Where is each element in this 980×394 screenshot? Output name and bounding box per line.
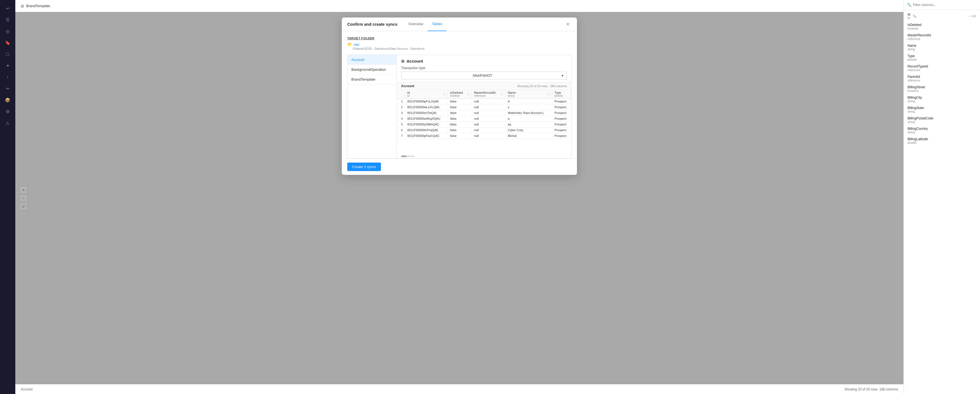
top-bar: ⊞ BrandTemplate bbox=[15, 0, 904, 12]
table-detail-icon: ⊞ bbox=[401, 59, 404, 64]
tab-tables[interactable]: Tables bbox=[428, 17, 447, 31]
scroll-thumb bbox=[401, 156, 407, 157]
row-num: 7 bbox=[397, 133, 405, 139]
rp-item-type: double bbox=[908, 141, 928, 144]
rp-item-name: MasterRecordId bbox=[908, 33, 931, 37]
cell-name: A bbox=[506, 98, 552, 104]
page-title: BrandTemplate bbox=[26, 4, 50, 8]
close-button[interactable]: ✕ bbox=[564, 21, 571, 28]
cell-type: Prospect bbox=[552, 122, 571, 127]
filter-columns-input[interactable] bbox=[913, 3, 977, 7]
right-panel-item[interactable]: BillingState string bbox=[904, 104, 980, 115]
cell-id: 0011F00000yS8bhQAC bbox=[405, 122, 448, 127]
cell-id: 0011F00000wLeVLQA0 bbox=[405, 104, 448, 110]
table-list-item-account[interactable]: Account bbox=[348, 55, 396, 65]
right-panel-item[interactable]: BillingPostalCode string bbox=[904, 115, 980, 125]
right-panel-item[interactable]: MasterRecordId reference bbox=[904, 32, 980, 42]
chevron-down-icon: ▾ bbox=[562, 74, 563, 78]
cell-isdeleted: false bbox=[448, 104, 472, 110]
sidebar-icon-alert[interactable]: ⚠ bbox=[3, 118, 13, 128]
row-num: 2 bbox=[397, 104, 405, 110]
right-panel-items: Id id 🔍↔ 141 IsDeleted boolean MasterRec… bbox=[904, 10, 980, 394]
right-panel-item[interactable]: BillingStreet textarea bbox=[904, 84, 980, 94]
table-detail-header: ⊞ Account Transaction type SNAPSHOT ▾ bbox=[397, 55, 571, 83]
rp-item-type: string bbox=[908, 130, 928, 134]
table-row: 3 0011F00000zriTwQAI false null Webhooks… bbox=[397, 110, 571, 116]
sidebar-icon-bookmark[interactable]: 🔖 bbox=[3, 38, 13, 48]
table-detail-title: ⊞ Account bbox=[401, 59, 567, 64]
sidebar-icon-edit[interactable]: ✏ bbox=[3, 84, 13, 94]
table-row: 7 0011F00000pFw2cQAC false null Michal P… bbox=[397, 133, 571, 139]
cell-name: q bbox=[506, 116, 552, 122]
cell-isdeleted: false bbox=[448, 133, 472, 139]
col-header-id[interactable]: Idid ☐ bbox=[405, 90, 448, 98]
cell-isdeleted: false bbox=[448, 127, 472, 133]
rp-item-type: string bbox=[908, 100, 922, 103]
canvas-area: + − ⤢ Confirm and create syncs Overview … bbox=[15, 12, 904, 384]
col-header-rownum bbox=[397, 90, 405, 98]
sidebar-icon-star[interactable]: ✦ bbox=[3, 60, 13, 70]
cell-type: Prospect bbox=[552, 98, 571, 104]
rp-item-name: BillingPostalCode bbox=[908, 116, 933, 120]
create-syncs-button[interactable]: Create 3 syncs bbox=[347, 162, 381, 171]
cell-name: Cyber Corp bbox=[506, 127, 552, 133]
right-panel-item[interactable]: Id id 🔍↔ 141 bbox=[904, 11, 980, 21]
scroll-indicator bbox=[397, 154, 571, 158]
cell-masterrecordid: null bbox=[472, 104, 506, 110]
cell-id: 0011F00000pFw2cQAC bbox=[405, 133, 448, 139]
cell-type: Prospect bbox=[552, 110, 571, 116]
transaction-type-value: SNAPSHOT bbox=[405, 73, 560, 78]
col-id-check[interactable]: ☐ bbox=[443, 93, 445, 95]
sidebar-icon-search[interactable]: ◎ bbox=[3, 26, 13, 36]
table-list-item-brand-template[interactable]: BrandTemplate bbox=[348, 75, 396, 84]
tab-overview[interactable]: Overview bbox=[404, 17, 427, 31]
sidebar-icon-node[interactable]: ⬡ bbox=[3, 49, 13, 59]
cell-isdeleted: false bbox=[448, 122, 472, 127]
right-panel-item[interactable]: ParentId reference bbox=[904, 73, 980, 84]
col-header-isdeleted[interactable]: IsDeletedboolean ☐ bbox=[448, 90, 472, 98]
right-panel-item[interactable]: BillingCity string bbox=[904, 94, 980, 104]
col-header-type[interactable]: Typepicklist bbox=[552, 90, 571, 98]
col-isdeleted-check[interactable]: ☐ bbox=[467, 93, 469, 95]
rp-item-type: string bbox=[908, 110, 924, 113]
table-row: 5 0011F00000yS8bhQAC false null aa Prosp… bbox=[397, 122, 571, 127]
rp-item-type: textarea bbox=[908, 89, 925, 92]
row-num: 3 bbox=[397, 110, 405, 116]
data-table-wrap[interactable]: Idid ☐ IsDeletedboolean ☐ bbox=[397, 90, 571, 154]
table-list: Account BackgroundOperation BrandTemplat… bbox=[348, 55, 397, 158]
main-area: ⊞ BrandTemplate + − ⤢ Confirm and create… bbox=[15, 0, 904, 394]
sidebar-icon-back[interactable]: ↩ bbox=[3, 3, 13, 13]
rp-item-type: reference bbox=[908, 79, 920, 82]
table-preview-header: Account Showing 20 of 20 rows 188 column… bbox=[397, 83, 571, 90]
right-panel-item[interactable]: RecordTypeId reference bbox=[904, 63, 980, 73]
row-num: 5 bbox=[397, 122, 405, 127]
right-panel-item[interactable]: Name string bbox=[904, 42, 980, 52]
sidebar-icon-package[interactable]: 📦 bbox=[3, 95, 13, 105]
sidebar-icon-transfer[interactable]: ↕ bbox=[3, 72, 13, 82]
rp-item-type: string bbox=[908, 48, 916, 51]
rp-item-name: Type bbox=[908, 54, 916, 58]
table-list-item-background-operation[interactable]: BackgroundOperation bbox=[348, 65, 396, 75]
col-name-check[interactable]: ☐ bbox=[547, 93, 550, 95]
right-panel-item[interactable]: Type picklist bbox=[904, 52, 980, 63]
right-panel-item[interactable]: BillingLatitude double bbox=[904, 135, 980, 146]
bottom-left-label: Account bbox=[21, 388, 33, 391]
col-masterrecordid-check[interactable]: ☐ bbox=[501, 93, 503, 95]
modal-content-area: Account BackgroundOperation BrandTemplat… bbox=[347, 55, 571, 159]
right-panel-item[interactable]: IsDeleted boolean bbox=[904, 21, 980, 32]
right-panel-item[interactable]: BillingCountry string bbox=[904, 125, 980, 135]
scroll-track[interactable] bbox=[401, 156, 415, 157]
sidebar-icon-settings[interactable]: ⚙ bbox=[3, 106, 13, 116]
transaction-type-select[interactable]: SNAPSHOT ▾ bbox=[401, 71, 567, 79]
right-panel-filter: 🔍 bbox=[904, 0, 980, 10]
modal-body: TARGET FOLDER 📁 raw /Palantir/SDDI - Sal… bbox=[342, 31, 577, 159]
rp-item-type: string bbox=[908, 120, 933, 124]
folder-name[interactable]: raw bbox=[353, 42, 359, 46]
col-header-name[interactable]: Namestring ☐ bbox=[506, 90, 552, 98]
cell-type: Prospect bbox=[552, 116, 571, 122]
col-header-masterrecordid[interactable]: MasterRecordIdreference ☐ bbox=[472, 90, 506, 98]
cell-type: Prospect bbox=[552, 127, 571, 133]
confirm-create-syncs-modal: Confirm and create syncs Overview Tables… bbox=[342, 17, 577, 175]
modal-footer: Create 3 syncs bbox=[342, 159, 577, 175]
sidebar-icon-menu[interactable]: ☰ bbox=[3, 15, 13, 25]
